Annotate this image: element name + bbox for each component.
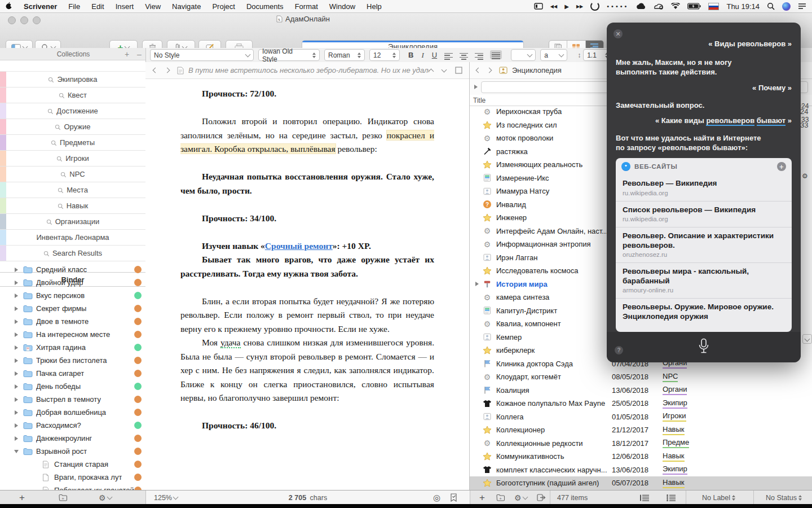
siri-web-result[interactable]: Револьверы мира - капсюльный, барабанный…: [616, 262, 792, 298]
menu-item-4[interactable]: Navigate: [166, 2, 206, 11]
collection-tab-10[interactable]: Инвентарь Леонарма: [0, 230, 145, 246]
fast-forward-icon[interactable]: ▶▶: [576, 4, 583, 9]
menu-item-3[interactable]: View: [139, 2, 166, 11]
outliner-forward-button[interactable]: [487, 68, 492, 73]
binder-item[interactable]: Двойной удар: [0, 276, 145, 289]
collection-tab-2[interactable]: Достижение: [0, 103, 145, 119]
outliner-back-button[interactable]: [476, 68, 482, 73]
typeface-select[interactable]: Roman: [324, 49, 365, 61]
menu-clock[interactable]: Thu 19:14: [726, 2, 760, 11]
align-left-button[interactable]: [444, 52, 453, 59]
menu-item-0[interactable]: File: [63, 2, 86, 11]
disclosure-triangle-icon[interactable]: [15, 384, 20, 389]
label-filter-select[interactable]: No Label: [702, 491, 735, 505]
disclosure-triangle-icon[interactable]: [15, 449, 20, 454]
binder-item[interactable]: Взрывной рост: [0, 445, 145, 458]
collection-tab-6[interactable]: NPC: [0, 167, 145, 182]
binder-item[interactable]: Секрет фирмы: [0, 302, 145, 315]
align-center-button[interactable]: [460, 52, 468, 59]
font-select[interactable]: Iowan Old Style: [258, 49, 320, 61]
binder-item[interactable]: Хитрая гадина: [0, 341, 145, 354]
outliner-row[interactable]: Богоотступник (падший ангел)05/07/2018На…: [470, 476, 812, 490]
disclosure-triangle-icon[interactable]: [15, 319, 20, 324]
notification-center-icon[interactable]: [798, 3, 806, 10]
cloud-icon[interactable]: [636, 3, 646, 10]
add-folder-button[interactable]: +: [59, 491, 68, 505]
wifi-icon[interactable]: [671, 3, 680, 10]
disclosure-triangle-icon[interactable]: [15, 281, 20, 285]
search-icon[interactable]: [767, 2, 775, 10]
bookmark-check-icon[interactable]: [450, 491, 457, 505]
binder-item[interactable]: Двое в темноте: [0, 315, 145, 328]
font-size-select[interactable]: 12: [369, 49, 400, 61]
binder-item[interactable]: На интересном месте: [0, 328, 145, 341]
display-icon[interactable]: [534, 3, 543, 10]
add-binder-item-button[interactable]: +: [19, 491, 25, 505]
expand-results-icon[interactable]: +: [777, 162, 786, 171]
binder-item[interactable]: Вкус персиков: [0, 289, 145, 302]
flag-ru-icon[interactable]: [708, 3, 719, 10]
add-outliner-folder-button[interactable]: +: [496, 491, 505, 505]
disclosure-triangle-icon[interactable]: [15, 436, 20, 441]
siri-icon[interactable]: [782, 2, 791, 11]
add-collection-button[interactable]: +: [121, 50, 133, 59]
add-outliner-item-button[interactable]: +: [479, 491, 485, 505]
binder-item[interactable]: Пачка сигарет: [0, 367, 145, 380]
italic-button[interactable]: I: [421, 51, 423, 60]
rewind-icon[interactable]: ◀◀: [550, 4, 557, 9]
center-content-icon[interactable]: [640, 491, 649, 505]
style-select[interactable]: No Style: [150, 49, 254, 61]
outliner-row[interactable]: Кожаное полупальто Max Payne25/05/2018Эк…: [470, 397, 812, 410]
disclosure-triangle-icon[interactable]: [15, 306, 20, 311]
menu-item-5[interactable]: Project: [206, 2, 240, 11]
binder-item[interactable]: Добрая волшебница: [0, 406, 145, 419]
collection-tab-3[interactable]: Оружие: [0, 119, 145, 135]
binder-item[interactable]: День победы: [0, 380, 145, 393]
siri-web-result[interactable]: Револьверы. Оружие. Мировое оружие. Энци…: [616, 298, 792, 326]
previous-document-button[interactable]: [429, 68, 434, 74]
editor-document-title[interactable]: В пути мне встретилось несколько зебро-л…: [188, 66, 429, 75]
disclosure-triangle-icon[interactable]: [15, 371, 20, 376]
disclosure-triangle-icon[interactable]: [15, 294, 20, 298]
binder-item[interactable]: Выстрел в темноту: [0, 393, 145, 406]
menu-item-6[interactable]: Documents: [241, 2, 289, 11]
status-filter-select[interactable]: No Status: [766, 491, 802, 505]
split-editor-icon[interactable]: [455, 67, 462, 74]
outliner-row[interactable]: Коалиция13/06/2018Органи: [470, 384, 812, 397]
collection-tab-9[interactable]: Организации: [0, 214, 145, 230]
outliner-gear-menu[interactable]: ⚙: [514, 491, 527, 505]
collection-tab-0[interactable]: Экипировка: [0, 72, 145, 87]
microphone-icon[interactable]: [698, 338, 710, 357]
disclosure-triangle-icon[interactable]: [15, 410, 20, 415]
next-document-button[interactable]: [442, 67, 447, 72]
disclosure-triangle-icon[interactable]: [15, 358, 20, 363]
export-icon[interactable]: [537, 491, 546, 505]
siri-web-result[interactable]: Револьвер. Описание и характеристики рев…: [616, 227, 792, 262]
inline-link[interactable]: Срочный ремонт: [265, 241, 333, 251]
turbo-icon[interactable]: [654, 3, 664, 10]
battery-icon[interactable]: [687, 3, 701, 10]
disclosure-triangle-icon[interactable]: [15, 332, 20, 337]
close-icon[interactable]: ✕: [614, 29, 623, 38]
typewriter-scroll-icon[interactable]: ◎: [433, 491, 440, 505]
highlight-color-well[interactable]: a: [540, 49, 567, 61]
spinner-icon[interactable]: [590, 2, 599, 11]
binder-item[interactable]: Средний класс: [0, 263, 145, 276]
app-menu-scrivener[interactable]: Scrivener: [18, 2, 63, 11]
collection-tab-11[interactable]: Search Results: [0, 246, 145, 261]
editor-text[interactable]: Прочность: 72/100.Положил второй и повто…: [180, 87, 434, 433]
collection-tab-8[interactable]: Навык: [0, 198, 145, 214]
binder-item[interactable]: Данженкроулинг: [0, 432, 145, 445]
disclosure-triangle-icon[interactable]: [15, 268, 20, 272]
outliner-row[interactable]: ⚙Клоударт, когтемёт08/05/2018NPC: [470, 370, 812, 384]
collapsed-control-chevron[interactable]: [802, 334, 812, 344]
outliner-row[interactable]: Коллекционер21/12/2017Навык: [470, 423, 812, 437]
collection-tab-7[interactable]: Места: [0, 182, 145, 198]
align-right-button[interactable]: [475, 52, 483, 59]
outliner-row[interactable]: Коммуникативность12/06/2018Навык: [470, 450, 812, 463]
bold-button[interactable]: B: [408, 51, 413, 59]
binder-item[interactable]: Побеждает их гранатой: [0, 484, 145, 490]
text-color-well[interactable]: [511, 49, 536, 61]
menu-item-9[interactable]: Help: [361, 2, 387, 11]
siri-web-result[interactable]: Револьвер — Википедияru.wikipedia.org: [616, 175, 792, 201]
